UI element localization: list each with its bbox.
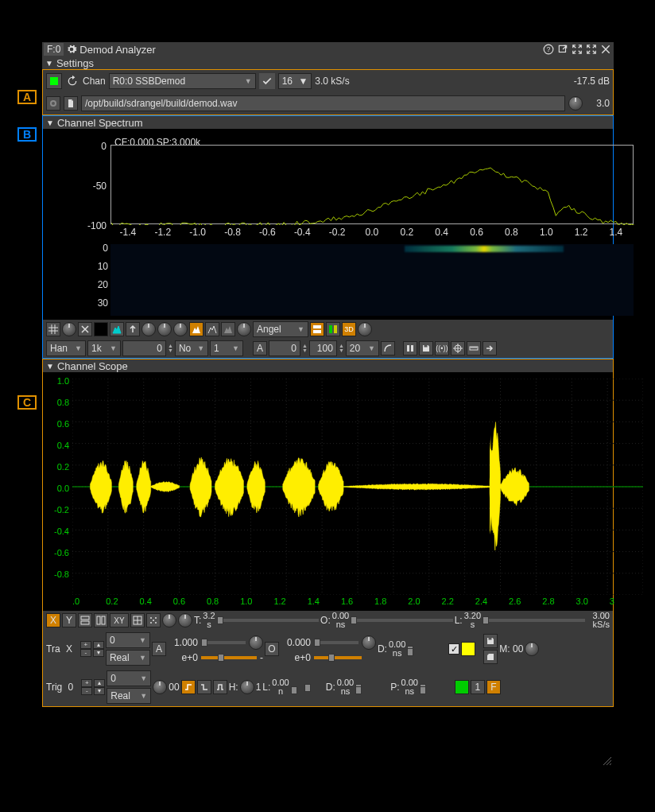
trig-count-dial[interactable] <box>153 680 167 694</box>
histogram-button[interactable] <box>110 322 124 336</box>
range-input[interactable] <box>309 340 337 356</box>
dots-button[interactable] <box>146 613 161 627</box>
spectrogram-button[interactable] <box>326 322 340 336</box>
3d-button[interactable]: 3D <box>342 322 356 336</box>
oneshot-button[interactable]: 1 <box>471 680 485 694</box>
ref-input[interactable] <box>269 340 300 356</box>
ofs-exp-slider[interactable] <box>314 656 362 659</box>
spin-arrows[interactable]: ▲▼ <box>339 344 344 353</box>
holdoff-dial[interactable] <box>240 680 254 694</box>
pause-button[interactable] <box>403 341 417 355</box>
channel-combo[interactable]: R0:0 SSBDemod▼ <box>109 73 256 89</box>
grid-button[interactable] <box>46 322 60 336</box>
trace-type-combo[interactable]: Real▼ <box>106 650 150 666</box>
xy-mode-button[interactable]: XY <box>110 613 129 627</box>
help-icon[interactable]: ? <box>542 43 555 56</box>
fps-combo[interactable]: 20▼ <box>346 340 379 356</box>
x-mode-button[interactable]: X <box>46 613 60 627</box>
amp-exp-slider[interactable] <box>201 656 257 659</box>
3d-dial[interactable] <box>358 322 372 336</box>
colormap-combo[interactable]: Angel▼ <box>253 321 308 337</box>
ofs-button[interactable]: O <box>265 642 279 656</box>
clear-button[interactable] <box>78 322 92 336</box>
edge-both-button[interactable] <box>213 680 227 694</box>
remove-button[interactable]: - <box>80 649 91 657</box>
trig-type-combo[interactable]: Real▼ <box>107 688 151 704</box>
file-button[interactable] <box>64 96 78 111</box>
scope-display[interactable]: 1.00.80.60.40.20.0-0.2-0.4-0.6-0.8 .00.2… <box>43 372 613 611</box>
edge-fall-button[interactable] <box>197 680 211 694</box>
goto-button[interactable] <box>483 341 497 355</box>
record-button[interactable] <box>46 96 60 111</box>
amp-dial[interactable] <box>249 635 263 650</box>
y-mode-button[interactable]: Y <box>62 613 76 627</box>
load-trace-button[interactable] <box>483 650 498 664</box>
popout-icon[interactable] <box>556 43 569 56</box>
vsplit-button[interactable] <box>94 613 108 627</box>
freerun-button[interactable]: F <box>486 680 501 694</box>
reload-button[interactable] <box>65 74 79 88</box>
settings-header[interactable]: ▼ Settings <box>42 56 614 69</box>
offset-slider[interactable] <box>351 619 452 622</box>
time-slider[interactable] <box>217 619 319 622</box>
spin-arrows[interactable]: ▲▼ <box>302 344 308 353</box>
avg-mode-combo[interactable]: No▼ <box>175 340 208 356</box>
decim-spin[interactable]: 16 ▼ <box>278 73 312 89</box>
trace-dial-2[interactable] <box>157 322 172 336</box>
fft-size-combo[interactable]: 1k▼ <box>87 340 121 356</box>
amode-button[interactable]: A <box>253 341 267 355</box>
trig-index-combo[interactable]: 0▼ <box>107 670 151 686</box>
polar-grid-button[interactable] <box>130 613 145 627</box>
mem-dial[interactable] <box>525 642 539 656</box>
remove-button[interactable]: - <box>81 687 92 695</box>
feature-index[interactable]: F:0 <box>44 43 64 56</box>
hsplit-button[interactable] <box>78 613 92 627</box>
shrink-icon[interactable] <box>571 43 583 56</box>
amp-button[interactable]: A <box>152 642 166 656</box>
spin-arrows[interactable]: ▲▼ <box>168 344 173 353</box>
close-icon[interactable] <box>599 43 612 56</box>
expand-icon[interactable] <box>585 43 598 56</box>
trace-index-combo[interactable]: 0▼ <box>106 632 150 648</box>
run-button[interactable] <box>46 73 62 89</box>
spectrum-header[interactable]: ▼ Channel Spectrum <box>43 116 613 129</box>
broadcast-button[interactable]: ((•)) <box>435 341 449 355</box>
window-combo[interactable]: Han▼ <box>46 340 86 356</box>
ruler-button[interactable] <box>467 341 481 355</box>
log-button[interactable] <box>381 341 395 355</box>
trace-dial-3[interactable] <box>173 322 188 336</box>
overlap-input[interactable] <box>122 340 166 356</box>
save-trace-button[interactable] <box>483 634 498 648</box>
volume-dial[interactable] <box>568 96 583 111</box>
gradient-button[interactable] <box>221 322 235 336</box>
bg-black-button[interactable] <box>94 322 108 336</box>
trace-intensity-dial[interactable] <box>162 613 176 627</box>
line-button[interactable] <box>205 322 219 336</box>
add-button[interactable]: + <box>80 641 91 649</box>
spectrum-display[interactable]: CF:0.000 SP:3.000k 0 -50 -100 -1.4-1.2-1… <box>43 129 613 320</box>
scope-header[interactable]: ▼ Channel Scope <box>43 359 613 372</box>
grid-intensity-dial[interactable] <box>178 613 192 627</box>
save-button[interactable] <box>419 341 433 355</box>
grid-dial[interactable] <box>62 322 76 336</box>
amp-slider[interactable] <box>201 641 246 644</box>
ofs-slider[interactable] <box>314 641 359 644</box>
gear-icon[interactable] <box>65 43 78 56</box>
trig-color-swatch[interactable] <box>455 680 469 694</box>
trace-color-swatch[interactable] <box>461 642 475 656</box>
trace-dial-1[interactable] <box>141 322 156 336</box>
down-button[interactable]: ▾ <box>94 687 105 695</box>
edge-rise-button[interactable] <box>181 680 196 694</box>
maxhold-button[interactable] <box>126 322 140 336</box>
target-button[interactable] <box>451 341 465 355</box>
waterfall-button[interactable] <box>310 322 324 336</box>
length-slider[interactable] <box>483 619 584 622</box>
colormap-dial[interactable] <box>237 322 251 336</box>
down-button[interactable]: ▾ <box>93 649 104 657</box>
up-button[interactable]: ▴ <box>93 641 104 649</box>
ofs-dial[interactable] <box>362 635 376 650</box>
add-button[interactable]: + <box>81 679 92 687</box>
resize-grip-icon[interactable] <box>601 755 612 766</box>
avg-n-combo[interactable]: 1▼ <box>210 340 243 356</box>
up-button[interactable]: ▴ <box>94 679 105 687</box>
